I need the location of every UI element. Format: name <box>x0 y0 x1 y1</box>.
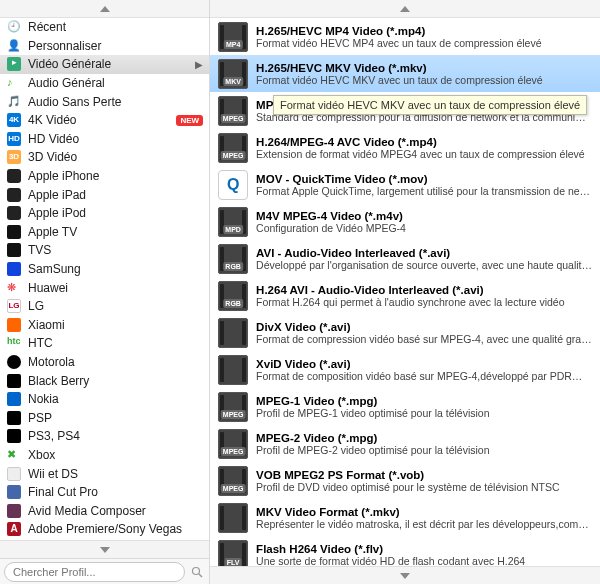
format-text: DivX Video (*.avi)Format de compression … <box>256 321 592 345</box>
category-icon <box>6 466 22 482</box>
category-item[interactable]: Nokia <box>0 390 209 409</box>
category-label: Apple TV <box>28 225 203 239</box>
category-item[interactable]: Apple iPod <box>0 204 209 223</box>
category-item[interactable]: Apple iPhone <box>0 167 209 186</box>
category-item[interactable]: Récent <box>0 18 209 37</box>
format-description: Format H.264 qui permet à l'audio synchr… <box>256 296 592 308</box>
svg-line-1 <box>199 574 202 577</box>
format-item[interactable]: MPEGMPEG-1 Video (*.mpg)Profil de MPEG-1… <box>210 388 600 425</box>
format-text: MPEG-1 Video (*.mpg)Profil de MPEG-1 vid… <box>256 395 592 419</box>
format-panel: MP4H.265/HEVC MP4 Video (*.mp4)Format vi… <box>210 0 600 584</box>
format-scroll-up[interactable] <box>210 0 600 18</box>
category-label: Vidéo Générale <box>28 57 189 71</box>
category-icon: 3D <box>6 149 22 165</box>
category-item[interactable]: 3D3D Vidéo <box>0 148 209 167</box>
category-item[interactable]: Black Berry <box>0 371 209 390</box>
category-item[interactable]: Xbox <box>0 446 209 465</box>
format-item[interactable]: DivX Video (*.avi)Format de compression … <box>210 314 600 351</box>
format-description: Format vidéo HEVC MP4 avec un taux de co… <box>256 37 592 49</box>
format-icon <box>218 355 248 385</box>
category-item[interactable]: 4K4K VidéoNEW <box>0 111 209 130</box>
category-item[interactable]: Personnaliser <box>0 37 209 56</box>
format-text: XviD Video (*.avi)Format de composition … <box>256 358 592 382</box>
category-item[interactable]: Motorola <box>0 353 209 372</box>
format-scroll-down[interactable] <box>210 566 600 584</box>
format-title: MKV Video Format (*.mkv) <box>256 506 592 518</box>
category-label: HTC <box>28 336 203 350</box>
format-item[interactable]: MKV Video Format (*.mkv)Représenter le v… <box>210 499 600 536</box>
search-icon[interactable] <box>189 564 205 580</box>
category-icon <box>6 410 22 426</box>
category-label: Xiaomi <box>28 318 203 332</box>
category-item[interactable]: Huawei <box>0 278 209 297</box>
category-icon <box>6 391 22 407</box>
category-scroll-down[interactable] <box>0 540 209 558</box>
format-description: Format vidéo HEVC MKV avec un taux de co… <box>256 74 592 86</box>
category-icon <box>6 354 22 370</box>
format-icon: MP4 <box>218 22 248 52</box>
format-icon: MPEG <box>218 392 248 422</box>
format-text: H.264 AVI - Audio-Video Interleaved (*.a… <box>256 284 592 308</box>
category-item[interactable]: Final Cut Pro <box>0 483 209 502</box>
category-icon <box>6 224 22 240</box>
category-item[interactable]: Apple TV <box>0 223 209 242</box>
category-label: SamSung <box>28 262 203 276</box>
category-icon <box>6 56 22 72</box>
category-item[interactable]: AAdobe Premiere/Sony Vegas <box>0 520 209 539</box>
category-icon <box>6 75 22 91</box>
category-item[interactable]: Xiaomi <box>0 316 209 335</box>
category-label: 3D Vidéo <box>28 150 203 164</box>
format-description: Développé par l'organisation de source o… <box>256 259 592 271</box>
category-label: PS3, PS4 <box>28 429 203 443</box>
format-text: MPEG-2 Video (*.mpg)Profil de MPEG-2 vid… <box>256 432 592 456</box>
category-item[interactable]: Avid Media Composer <box>0 501 209 520</box>
format-text: AVI - Audio-Video Interleaved (*.avi)Dév… <box>256 247 592 271</box>
category-label: Audio Général <box>28 76 203 90</box>
format-item[interactable]: MPEGVOB MPEG2 PS Format (*.vob)Profil de… <box>210 462 600 499</box>
category-item[interactable]: SamSung <box>0 260 209 279</box>
search-input[interactable] <box>4 562 185 582</box>
category-label: TVS <box>28 243 203 257</box>
search-bar <box>0 558 209 584</box>
category-scroll-up[interactable] <box>0 0 209 18</box>
format-item[interactable]: RGBH.264 AVI - Audio-Video Interleaved (… <box>210 277 600 314</box>
category-item[interactable]: PS3, PS4 <box>0 427 209 446</box>
category-icon <box>6 187 22 203</box>
category-icon <box>6 19 22 35</box>
format-title: H.265/HEVC MP4 Video (*.mp4) <box>256 25 592 37</box>
format-icon: RGB <box>218 281 248 311</box>
format-item[interactable]: MKVH.265/HEVC MKV Video (*.mkv)Format vi… <box>210 55 600 92</box>
category-item[interactable]: TVS <box>0 241 209 260</box>
category-item[interactable]: Apple iPad <box>0 185 209 204</box>
category-item[interactable]: Vidéo Générale▶ <box>0 55 209 74</box>
format-title: H.264/MPEG-4 AVC Video (*.mp4) <box>256 136 592 148</box>
category-item[interactable]: Audio Sans Perte <box>0 92 209 111</box>
format-item[interactable]: XviD Video (*.avi)Format de composition … <box>210 351 600 388</box>
format-item[interactable]: FLVFlash H264 Video (*.flv)Une sorte de … <box>210 536 600 566</box>
format-description: Format Apple QuickTime, largement utilis… <box>256 185 592 197</box>
format-icon: MPD <box>218 207 248 237</box>
category-item[interactable]: LGLG <box>0 297 209 316</box>
category-item[interactable]: htcHTC <box>0 334 209 353</box>
format-item[interactable]: RGBAVI - Audio-Video Interleaved (*.avi)… <box>210 240 600 277</box>
format-item[interactable]: MPEGMPEG-2 Video (*.mpg)Profil de MPEG-2… <box>210 425 600 462</box>
category-icon <box>6 38 22 54</box>
format-icon <box>218 170 248 200</box>
format-item[interactable]: MOV - QuickTime Video (*.mov)Format Appl… <box>210 166 600 203</box>
format-item[interactable]: MP4H.265/HEVC MP4 Video (*.mp4)Format vi… <box>210 18 600 55</box>
category-icon <box>6 261 22 277</box>
format-icon: FLV <box>218 540 248 567</box>
category-list: RécentPersonnaliserVidéo Générale▶Audio … <box>0 18 209 540</box>
format-text: VOB MPEG2 PS Format (*.vob)Profil de DVD… <box>256 469 592 493</box>
category-item[interactable]: PSP <box>0 408 209 427</box>
category-label: Xbox <box>28 448 203 462</box>
category-item[interactable]: Audio Général <box>0 74 209 93</box>
format-text: H.265/HEVC MKV Video (*.mkv)Format vidéo… <box>256 62 592 86</box>
format-title: M4V MPEG-4 Video (*.m4v) <box>256 210 592 222</box>
format-item[interactable]: MPEGH.264/MPEG-4 AVC Video (*.mp4)Extens… <box>210 129 600 166</box>
format-text: Flash H264 Video (*.flv)Une sorte de for… <box>256 543 592 567</box>
format-item[interactable]: MPDM4V MPEG-4 Video (*.m4v)Configuration… <box>210 203 600 240</box>
category-item[interactable]: Wii et DS <box>0 464 209 483</box>
category-item[interactable]: HDHD Vidéo <box>0 130 209 149</box>
app-root: RécentPersonnaliserVidéo Générale▶Audio … <box>0 0 600 584</box>
